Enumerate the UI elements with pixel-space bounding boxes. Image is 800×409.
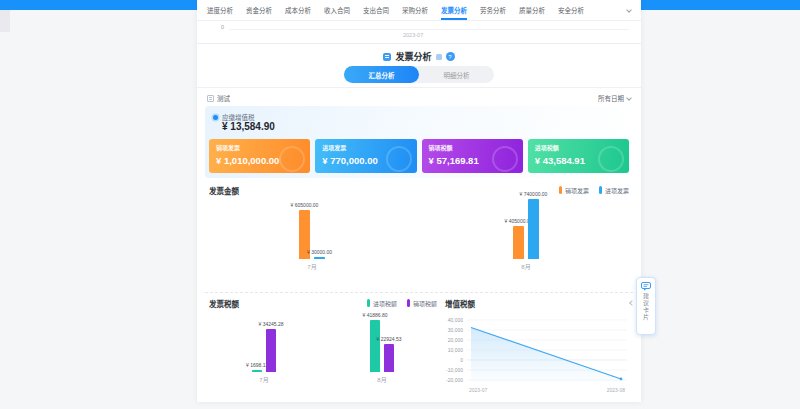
legend-label: 进项发票 — [605, 186, 629, 195]
invoice-icon — [383, 53, 391, 61]
bar-进项税额: ¥ 41886.80 — [370, 318, 380, 372]
remnant-y-tick: 0 — [221, 24, 224, 30]
toggle-明细分析[interactable]: 明细分析 — [419, 66, 494, 83]
stat-card-value: ¥ 43,584.91 — [535, 155, 622, 166]
bar-pair: ¥ 405000.00¥ 740000.00 — [513, 197, 539, 259]
tab-采购分析[interactable]: 采购分析 — [402, 0, 428, 20]
stat-card-label: 进项发票 — [322, 143, 409, 152]
bar — [513, 226, 524, 259]
bar-销项发票: ¥ 405000.00 — [513, 197, 524, 259]
bar-value-label: ¥ 1698.11 — [246, 362, 268, 368]
suggestion-card-label: 建议卡片 — [642, 293, 651, 321]
bar-pair: ¥ 1698.11¥ 34245.28 — [252, 318, 276, 372]
section-header: 发票金额 销项发票进项发票 — [205, 183, 633, 197]
divider — [197, 87, 641, 88]
previous-chart-remnant: 0 2023-07 — [197, 21, 641, 44]
stat-card-label: 销项发票 — [216, 143, 303, 152]
section-title: 发票金额 — [209, 185, 239, 196]
x-tick-label: 2023-08 — [607, 387, 626, 393]
data-point — [620, 378, 623, 381]
project-selector[interactable]: 测试 — [207, 93, 230, 103]
vat-amount-section: 增值税额 40,00030,00020,00010,0000-10,000-20… — [441, 296, 633, 400]
y-tick-label: 10,000 — [448, 347, 464, 353]
page-title: 发票分析 — [395, 50, 431, 63]
bar-group: ¥ 405000.00¥ 740000.008月 — [419, 197, 633, 271]
tab-支出合同[interactable]: 支出合同 — [363, 0, 389, 20]
page-title-row: 发票分析 ? — [197, 50, 641, 63]
bar — [370, 320, 380, 372]
chart-legend: 进项税额销项税额 — [367, 299, 437, 308]
category-label: 8月 — [521, 262, 530, 271]
bar-value-label: ¥ 30000.00 — [307, 249, 332, 255]
stat-card-value: ¥ 770,000.00 — [322, 155, 409, 166]
bar — [314, 257, 325, 259]
y-tick-label: -10,000 — [446, 367, 463, 373]
tab-list: 进度分析资金分析成本分析收入合同支出合同采购分析发票分析劳务分析质量分析安全分析 — [207, 0, 584, 20]
y-tick-label: 30,000 — [448, 327, 464, 333]
stat-card: 销项发票¥ 1,010,000.00 — [209, 139, 310, 173]
chevron-down-icon — [626, 95, 632, 101]
bar-group: ¥ 1698.11¥ 34245.287月 — [205, 318, 323, 384]
legend-swatch — [367, 299, 370, 307]
invoice-amount-section: 发票金额 销项发票进项发票 ¥ 605000.00¥ 30000.007月¥ 4… — [205, 183, 633, 271]
project-label: 测试 — [217, 93, 230, 103]
bar — [384, 344, 394, 372]
legend-item: 进项发票 — [599, 186, 629, 195]
category-label: 8月 — [377, 375, 386, 384]
stat-card: 进项税额¥ 43,584.91 — [528, 139, 629, 173]
bar-进项发票: ¥ 30000.00 — [314, 197, 325, 259]
bar — [252, 370, 262, 372]
tab-资金分析[interactable]: 资金分析 — [246, 0, 272, 20]
bar — [266, 329, 276, 372]
analysis-tabbar: 进度分析资金分析成本分析收入合同支出合同采购分析发票分析劳务分析质量分析安全分析 — [197, 0, 641, 21]
legend-label: 销项税额 — [413, 299, 437, 308]
tab-收入合同[interactable]: 收入合同 — [324, 0, 350, 20]
legend-item: 销项税额 — [407, 299, 437, 308]
legend-label: 进项税额 — [373, 299, 397, 308]
remnant-x-label: 2023-07 — [403, 32, 423, 38]
filter-row: 测试 所有日期 — [197, 90, 641, 106]
tab-成本分析[interactable]: 成本分析 — [285, 0, 311, 20]
bar-pair: ¥ 605000.00¥ 30000.00 — [299, 197, 325, 259]
view-toggle: 汇总分析明细分析 — [344, 66, 494, 83]
section-header: 发票税额 进项税额销项税额 — [205, 296, 441, 310]
left-edge-decoration — [0, 10, 10, 32]
vat-bullet-icon — [213, 115, 218, 120]
tab-发票分析[interactable]: 发票分析 — [441, 0, 467, 20]
category-label: 7月 — [259, 375, 268, 384]
section-title: 发票税额 — [209, 298, 239, 309]
legend-swatch — [559, 186, 562, 194]
y-tick-label: 20,000 — [448, 337, 464, 343]
bar-group: ¥ 605000.00¥ 30000.007月 — [205, 197, 419, 271]
stat-card-value: ¥ 1,010,000.00 — [216, 155, 303, 166]
stat-card: 进项发票¥ 770,000.00 — [315, 139, 416, 173]
suggestion-card-button[interactable]: 建议卡片 — [636, 277, 656, 335]
summary-panel: 应缴增值税 ¥ 13,584.90 销项发票¥ 1,010,000.00进项发票… — [205, 106, 633, 178]
chevron-down-icon[interactable] — [627, 0, 631, 20]
date-range-select[interactable]: 所有日期 — [598, 93, 631, 103]
vat-due-value: ¥ 13,584.90 — [222, 121, 275, 132]
suggestion-card-widget[interactable]: 建议卡片 — [636, 277, 658, 335]
tab-进度分析[interactable]: 进度分析 — [207, 0, 233, 20]
tab-劳务分析[interactable]: 劳务分析 — [480, 0, 506, 20]
legend-item: 进项税额 — [367, 299, 397, 308]
invoice-tax-section: 发票税额 进项税额销项税额 ¥ 1698.11¥ 34245.287月¥ 418… — [205, 296, 441, 400]
toggle-汇总分析[interactable]: 汇总分析 — [344, 66, 419, 83]
help-icon[interactable]: ? — [446, 52, 455, 61]
bar-pair: ¥ 41886.80¥ 22924.53 — [370, 318, 394, 372]
tab-安全分析[interactable]: 安全分析 — [558, 0, 584, 20]
remnant-gridline — [229, 29, 629, 30]
x-tick-label: 2023-07 — [469, 387, 488, 393]
tab-质量分析[interactable]: 质量分析 — [519, 0, 545, 20]
bar-value-label: ¥ 34245.28 — [258, 321, 283, 327]
y-tick-label: 0 — [460, 357, 463, 363]
bar — [528, 199, 539, 259]
chart-legend: 销项发票进项发票 — [559, 186, 629, 195]
bar-group: ¥ 41886.80¥ 22924.538月 — [323, 318, 441, 384]
decor-icon — [436, 54, 442, 60]
invoice-amount-chart: ¥ 605000.00¥ 30000.007月¥ 405000.00¥ 7400… — [205, 197, 633, 271]
section-header: 增值税额 — [441, 296, 633, 310]
y-tick-label: 40,000 — [448, 317, 464, 323]
category-label: 7月 — [307, 262, 316, 271]
bottom-charts-row: 发票税额 进项税额销项税额 ¥ 1698.11¥ 34245.287月¥ 418… — [205, 296, 633, 400]
